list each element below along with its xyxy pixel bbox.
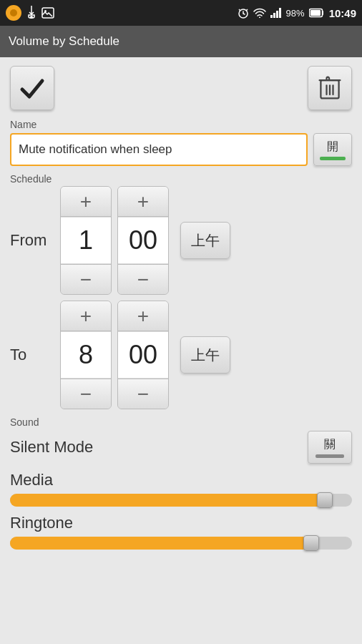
- trash-icon: [317, 75, 343, 101]
- ringtone-slider-track[interactable]: [10, 537, 352, 550]
- sound-toggle-label: 關: [324, 437, 336, 452]
- to-hour-increment[interactable]: +: [61, 301, 111, 331]
- sound-mode-row: Silent Mode 關: [10, 431, 352, 464]
- confirm-button[interactable]: [10, 66, 54, 110]
- main-content: Name 開 Schedule From + 1 −: [0, 57, 362, 644]
- input-toggle-button[interactable]: 開: [313, 133, 352, 166]
- name-label: Name: [10, 119, 352, 130]
- to-ampm-label: 上午: [191, 346, 220, 365]
- to-minute-spinner: + 00 −: [117, 301, 169, 409]
- status-icons-left: [6, 5, 54, 21]
- to-row: To + 8 − + 00 −: [10, 301, 352, 409]
- to-label: To: [10, 346, 60, 364]
- from-hour-spinner: + 1 −: [60, 186, 112, 295]
- media-section: Media: [10, 471, 352, 507]
- top-action-buttons: [10, 66, 352, 110]
- sound-toggle-indicator: [315, 454, 344, 458]
- sound-section: Sound Silent Mode 關: [10, 416, 352, 464]
- svg-rect-5: [270, 15, 273, 18]
- from-hour-decrement[interactable]: −: [61, 264, 111, 294]
- svg-point-0: [30, 16, 33, 19]
- from-label: From: [10, 231, 60, 250]
- status-info-right: 98% 10:49: [238, 7, 356, 19]
- from-hour-value: 1: [61, 217, 111, 264]
- wifi-icon: [253, 8, 266, 18]
- battery-level: 98%: [286, 8, 305, 19]
- signal-icon: [270, 8, 282, 18]
- to-spinners: + 8 − + 00 − 上午: [60, 301, 230, 409]
- svg-rect-8: [279, 8, 281, 18]
- status-bar: 98% 10:49: [0, 0, 362, 26]
- ringtone-section: Ringtone: [10, 514, 352, 550]
- image-icon: [41, 7, 54, 19]
- input-toggle-label: 開: [327, 140, 338, 155]
- to-minute-decrement[interactable]: −: [118, 379, 168, 409]
- from-hour-increment[interactable]: +: [61, 187, 111, 217]
- from-row: From + 1 − + 00 −: [10, 186, 352, 295]
- media-label: Media: [10, 471, 352, 489]
- sound-label: Sound: [10, 416, 352, 428]
- media-slider-fill: [10, 494, 325, 507]
- to-hour-decrement[interactable]: −: [61, 379, 111, 409]
- from-minute-value: 00: [118, 217, 168, 264]
- to-ampm-button[interactable]: 上午: [180, 336, 230, 374]
- delete-button[interactable]: [308, 66, 352, 110]
- svg-rect-6: [273, 13, 275, 18]
- ringtone-label: Ringtone: [10, 514, 352, 532]
- usb-icon: [26, 6, 37, 20]
- to-minute-increment[interactable]: +: [118, 301, 168, 331]
- ringtone-slider-fill: [10, 537, 311, 550]
- page-title: Volume by Schedule: [9, 34, 119, 49]
- to-hour-spinner: + 8 −: [60, 301, 112, 409]
- from-minute-increment[interactable]: +: [118, 187, 168, 217]
- to-hour-value: 8: [61, 331, 111, 379]
- name-input[interactable]: [10, 133, 308, 166]
- battery-icon: [309, 8, 325, 18]
- media-slider-track[interactable]: [10, 494, 352, 507]
- from-minute-spinner: + 00 −: [117, 186, 169, 295]
- svg-rect-10: [310, 10, 321, 16]
- svg-rect-7: [276, 11, 278, 18]
- from-spinners: + 1 − + 00 − 上午: [60, 186, 230, 295]
- input-toggle-indicator: [320, 157, 346, 160]
- media-slider-thumb[interactable]: [317, 492, 333, 508]
- check-icon: [18, 74, 47, 102]
- name-input-row: 開: [10, 133, 352, 166]
- svg-point-4: [259, 17, 260, 19]
- from-ampm-button[interactable]: 上午: [180, 222, 230, 259]
- title-bar: Volume by Schedule: [0, 26, 362, 57]
- clock: 10:49: [329, 7, 356, 19]
- sound-mode-label: Silent Mode: [10, 438, 93, 457]
- schedule-label: Schedule: [10, 173, 352, 185]
- from-minute-decrement[interactable]: −: [118, 264, 168, 294]
- sound-toggle-button[interactable]: 關: [308, 431, 352, 464]
- app-notification-icon: [6, 5, 21, 21]
- ringtone-slider-thumb[interactable]: [303, 535, 319, 551]
- from-ampm-label: 上午: [191, 231, 220, 250]
- to-minute-value: 00: [118, 331, 168, 379]
- alarm-icon: [238, 7, 249, 19]
